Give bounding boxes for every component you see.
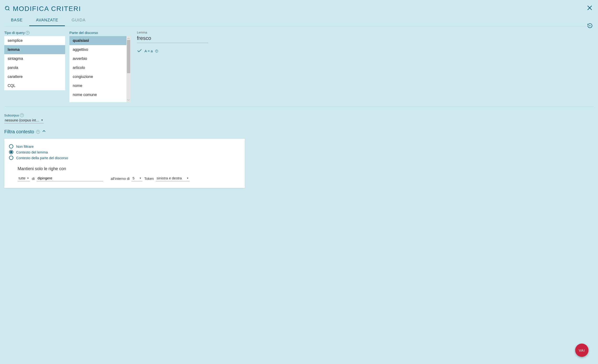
- pos-item[interactable]: aggettivo: [69, 45, 126, 54]
- help-icon[interactable]: ?: [36, 130, 40, 134]
- query-type-item[interactable]: carattere: [4, 72, 65, 81]
- pos-item[interactable]: qualsiasi: [69, 36, 126, 45]
- pos-item[interactable]: congiuzione: [69, 72, 126, 81]
- chevron-down-icon: ▼: [41, 119, 43, 121]
- query-type-item[interactable]: CQL: [4, 81, 65, 90]
- pos-item[interactable]: nome: [69, 81, 126, 90]
- restore-defaults-icon[interactable]: [587, 23, 593, 29]
- close-icon[interactable]: [586, 4, 594, 14]
- match-case-toggle[interactable]: A = a ?: [137, 49, 594, 53]
- scrollbar[interactable]: ︿ ﹀: [126, 36, 131, 102]
- pos-item[interactable]: articolo: [69, 63, 126, 72]
- pos-item[interactable]: nome proprio: [69, 99, 126, 102]
- pos-item[interactable]: avverbio: [69, 54, 126, 63]
- radio-icon: [9, 144, 13, 149]
- query-type-listbox: semplice lemma sintagma parola carattere…: [4, 36, 65, 90]
- lemma-input[interactable]: [137, 34, 208, 43]
- radio-icon: [9, 156, 13, 160]
- of-label: di: [32, 176, 35, 181]
- radio-icon: [9, 150, 13, 154]
- scroll-thumb[interactable]: [127, 40, 130, 73]
- go-button[interactable]: VAI: [575, 344, 589, 357]
- quantifier-select[interactable]: tutte ▼: [17, 176, 30, 181]
- direction-select[interactable]: sinistra e destra ▼: [156, 176, 190, 181]
- search-icon: [4, 5, 10, 12]
- tab-advanced[interactable]: AVANZATE: [29, 16, 65, 26]
- chevron-down-icon: ▼: [187, 177, 189, 179]
- tab-guide[interactable]: GUIDA: [65, 16, 92, 26]
- tab-bar: BASE AVANZATE GUIDA: [4, 16, 594, 26]
- within-label: all'interno di: [111, 176, 130, 181]
- subcorpus-label: Subcorpus ?: [4, 113, 594, 117]
- dialog-header: MODIFICA CRITERI: [4, 3, 594, 16]
- keep-rows-label: Mantieni solo le righe con: [17, 166, 240, 171]
- scroll-down-icon[interactable]: ﹀: [127, 98, 130, 102]
- context-lemma-input[interactable]: [37, 176, 103, 181]
- dialog-title: MODIFICA CRITERI: [13, 5, 81, 13]
- window-select[interactable]: 5 ▼: [132, 176, 142, 181]
- query-type-item[interactable]: parola: [4, 63, 65, 72]
- filter-context-panel: Non filtrare Contesto del lemma Contesto…: [4, 139, 245, 188]
- check-icon: [137, 49, 142, 53]
- query-type-label: Tipo di query ?: [4, 31, 65, 35]
- lemma-field-label: Lemma: [137, 31, 594, 34]
- subcorpus-select[interactable]: nessuno (corpus int… ▼: [4, 118, 44, 123]
- radio-pos-context[interactable]: Contesto della parte del discorso: [9, 155, 240, 161]
- pos-item[interactable]: nome comune: [69, 90, 126, 99]
- pos-listbox: qualsiasi aggettivo avverbio articolo co…: [69, 36, 126, 102]
- help-icon[interactable]: ?: [26, 31, 29, 35]
- svg-point-1: [590, 25, 590, 26]
- chevron-down-icon: ▼: [139, 177, 141, 179]
- scroll-up-icon[interactable]: ︿: [127, 36, 130, 40]
- query-type-item[interactable]: sintagma: [4, 54, 65, 63]
- pos-label: Parte del discorso: [69, 31, 131, 35]
- query-type-item[interactable]: lemma: [4, 45, 65, 54]
- help-icon[interactable]: ?: [20, 113, 24, 117]
- tab-base[interactable]: BASE: [4, 16, 29, 26]
- chevron-up-icon: [42, 129, 46, 134]
- filter-context-header[interactable]: Filtra contesto ?: [4, 129, 594, 134]
- radio-lemma-context[interactable]: Contesto del lemma: [9, 149, 240, 155]
- token-label: Token: [144, 176, 154, 181]
- chevron-down-icon: ▼: [27, 177, 29, 179]
- query-type-item[interactable]: semplice: [4, 36, 65, 45]
- help-icon[interactable]: ?: [155, 50, 158, 52]
- radio-no-filter[interactable]: Non filtrare: [9, 143, 240, 149]
